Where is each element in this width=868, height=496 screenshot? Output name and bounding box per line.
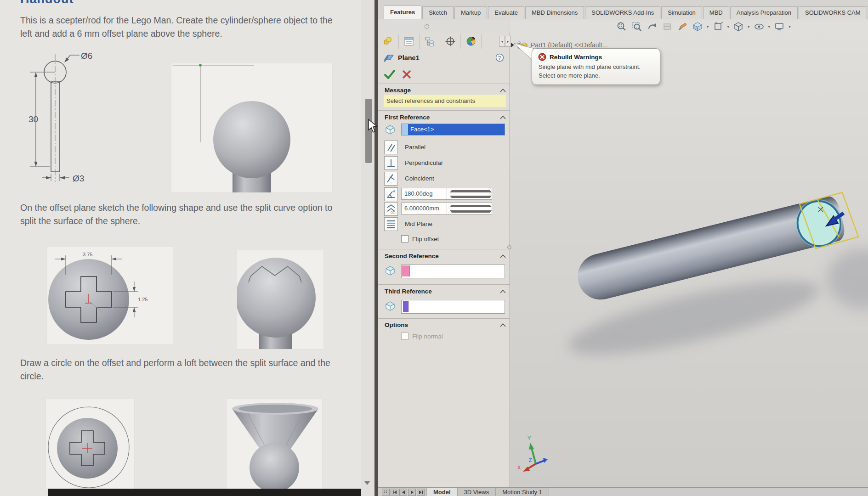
hide-show-caret[interactable]: ▾ bbox=[768, 24, 771, 29]
view-orientation-icon[interactable] bbox=[712, 21, 724, 32]
cancel-button[interactable] bbox=[402, 69, 412, 79]
rebuild-warnings-tooltip: Rebuild Warnings Single plane with mid p… bbox=[532, 48, 660, 85]
view-orientation-caret[interactable]: ▾ bbox=[727, 24, 730, 29]
tab-features[interactable]: Features bbox=[384, 6, 421, 19]
display-style-icon[interactable] bbox=[732, 21, 744, 32]
offset-distance-field[interactable]: 6.000000mm bbox=[401, 203, 492, 214]
section-view-icon[interactable] bbox=[661, 21, 673, 32]
property-manager-tab[interactable] bbox=[399, 34, 420, 49]
flip-offset-checkbox[interactable] bbox=[401, 235, 408, 242]
nav-first[interactable] bbox=[391, 489, 398, 496]
tab-evaluate[interactable]: Evaluate bbox=[488, 6, 524, 19]
first-reference-chevron[interactable] bbox=[500, 116, 506, 119]
options-chevron[interactable] bbox=[500, 323, 506, 327]
nav-next[interactable] bbox=[408, 489, 416, 496]
rebuild-error-icon bbox=[538, 53, 546, 61]
message-collapse-chevron[interactable] bbox=[500, 89, 506, 92]
nav-prev[interactable] bbox=[399, 489, 407, 496]
view-settings-icon[interactable] bbox=[773, 21, 785, 32]
document-paragraph-2: On the offset plane sketch the following… bbox=[20, 201, 342, 228]
view-settings-caret[interactable]: ▾ bbox=[789, 24, 791, 29]
second-reference-caret bbox=[402, 265, 410, 276]
display-manager-tab[interactable] bbox=[461, 34, 482, 49]
tab-solidworks-add-ins[interactable]: SOLIDWORKS Add-Ins bbox=[585, 6, 660, 19]
tab-motion-study-1[interactable]: Motion Study 1 bbox=[496, 488, 549, 496]
tab-solidworks-cam[interactable]: SOLIDWORKS CAM bbox=[799, 6, 867, 19]
perpendicular-label: Perpendicular bbox=[405, 159, 443, 166]
graphics-viewport[interactable]: Y Z X ▾ ▾ bbox=[510, 19, 868, 487]
display-style-caret[interactable]: ▾ bbox=[748, 24, 750, 29]
flip-offset-checkbox-row[interactable]: Flip offset bbox=[401, 235, 439, 242]
tab-mbd[interactable]: MBD bbox=[703, 6, 729, 19]
tab-mbd-dimensions[interactable]: MBD Dimensions bbox=[525, 6, 584, 19]
tab-markup[interactable]: Markup bbox=[454, 6, 487, 19]
document-paragraph-3: Draw a circle on the offset and perform … bbox=[20, 356, 342, 383]
tab-model[interactable]: Model bbox=[426, 488, 458, 496]
figure-split-sphere bbox=[237, 250, 323, 349]
configuration-manager-tab[interactable] bbox=[420, 34, 440, 49]
angle-field[interactable]: 180.00deg bbox=[401, 188, 492, 200]
nav-splitter[interactable] bbox=[382, 489, 390, 496]
document-scrollbar-track[interactable] bbox=[361, 0, 374, 496]
nav-last[interactable] bbox=[417, 489, 425, 496]
ribbon-grip-icon[interactable] bbox=[425, 24, 429, 29]
first-reference-header[interactable]: First Reference bbox=[385, 114, 430, 121]
mid-plane-button[interactable] bbox=[384, 217, 398, 231]
tab-analysis-preparation[interactable]: Analysis Preparation bbox=[730, 6, 798, 19]
third-reference-caret bbox=[403, 301, 408, 312]
apply-scene-icon[interactable] bbox=[692, 21, 703, 32]
options-header[interactable]: Options bbox=[385, 321, 408, 328]
zoom-to-fit-icon[interactable] bbox=[616, 21, 628, 32]
svg-text:?: ? bbox=[498, 55, 501, 61]
dimxpert-manager-tab[interactable] bbox=[440, 34, 461, 49]
previous-view-icon[interactable] bbox=[646, 21, 658, 32]
tab-sketch[interactable]: Sketch bbox=[422, 6, 454, 19]
heads-up-view-toolbar: ▾ ▾ ▾ ▾ ▾ bbox=[616, 21, 791, 32]
dim-cross-width: 3.75 bbox=[83, 252, 92, 257]
feature-manager-tab[interactable] bbox=[378, 34, 399, 49]
hide-show-items-icon[interactable] bbox=[753, 21, 765, 32]
plane-icon bbox=[384, 53, 394, 62]
angle-spinner[interactable] bbox=[447, 188, 492, 199]
panel-tab-scroll-left[interactable]: ◂ bbox=[499, 36, 505, 47]
first-reference-selection-box[interactable]: Face<1> bbox=[401, 124, 505, 135]
second-reference-header[interactable]: Second Reference bbox=[385, 253, 439, 259]
second-reference-selection-box[interactable] bbox=[401, 265, 505, 278]
tab-3d-views[interactable]: 3D Views bbox=[458, 488, 496, 496]
second-reference-chevron[interactable] bbox=[500, 254, 506, 258]
figure-circle-cross bbox=[46, 399, 134, 489]
property-title: Plane1 bbox=[398, 54, 420, 62]
third-reference-selection-box[interactable] bbox=[401, 300, 505, 314]
coincident-label: Coincident bbox=[405, 175, 434, 182]
panel-resize-grip[interactable] bbox=[507, 245, 511, 249]
parallel-button[interactable] bbox=[384, 141, 398, 154]
flip-normal-checkbox[interactable] bbox=[401, 333, 408, 340]
third-reference-header[interactable]: Third Reference bbox=[385, 288, 432, 295]
tab-simulation[interactable]: Simulation bbox=[661, 6, 702, 19]
window-divider[interactable] bbox=[374, 0, 378, 496]
dim-sphere-diameter: Ø6 bbox=[81, 51, 92, 61]
flip-normal-checkbox-row[interactable]: Flip normal bbox=[401, 333, 443, 340]
document-heading-clipped: Handout bbox=[20, 0, 158, 6]
property-manager-panel: ◂ ▸ Plane1 ? Message Select references a… bbox=[378, 33, 510, 487]
edit-appearance-icon[interactable] bbox=[676, 21, 688, 32]
message-section-header[interactable]: Message bbox=[385, 87, 411, 94]
flip-normal-label: Flip normal bbox=[412, 333, 443, 340]
document-scroll-down-arrow[interactable] bbox=[364, 481, 370, 485]
dim-rod-length: 30 bbox=[28, 114, 38, 124]
rod-dimension-drawing: 30 Ø6 Ø3 bbox=[27, 45, 107, 192]
coincident-button[interactable] bbox=[384, 172, 398, 186]
zoom-to-area-icon[interactable] bbox=[631, 21, 643, 32]
angle-icon: A bbox=[386, 189, 397, 200]
help-icon[interactable]: ? bbox=[495, 53, 504, 64]
confirm-row bbox=[384, 69, 412, 80]
angle-button[interactable]: A bbox=[384, 187, 398, 201]
third-reference-chevron[interactable] bbox=[500, 290, 506, 293]
dim-cross-bar: 1.25 bbox=[138, 297, 148, 302]
triad-y-label: Y bbox=[528, 435, 531, 441]
scene-dropdown-caret[interactable]: ▾ bbox=[707, 24, 709, 29]
offset-distance-button[interactable]: D1 bbox=[384, 202, 398, 216]
offset-spinner[interactable] bbox=[447, 203, 492, 214]
perpendicular-button[interactable] bbox=[384, 156, 398, 170]
ok-button[interactable] bbox=[384, 69, 396, 80]
